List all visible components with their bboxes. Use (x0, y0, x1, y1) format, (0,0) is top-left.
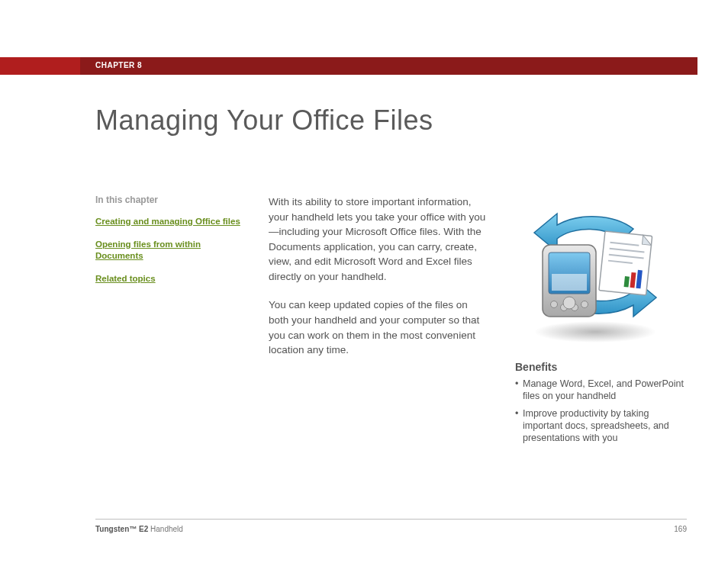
benefits-list: Manage Word, Excel, and PowerPoint files… (515, 378, 687, 444)
body-text: With its ability to store important info… (269, 195, 490, 372)
footer-rule (95, 519, 687, 520)
page-title: Managing Your Office Files (95, 105, 433, 137)
benefit-item: Improve productivity by taking important… (515, 407, 687, 445)
sidebar: In this chapter Creating and managing Of… (95, 195, 240, 295)
benefit-item: Manage Word, Excel, and PowerPoint files… (515, 378, 687, 403)
chapter-header-accent (0, 57, 80, 75)
chapter-label: CHAPTER 8 (95, 61, 142, 69)
sidebar-link-opening[interactable]: Opening files from within Documents (95, 239, 240, 262)
right-column: Benefits Manage Word, Excel, and PowerPo… (515, 195, 687, 449)
body-paragraph-1: With its ability to store important info… (269, 195, 490, 284)
sidebar-heading: In this chapter (95, 195, 240, 205)
svg-point-17 (563, 297, 575, 309)
body-paragraph-2: You can keep updated copies of the files… (269, 298, 490, 357)
benefits-heading: Benefits (515, 361, 687, 373)
svg-rect-12 (552, 274, 587, 291)
sidebar-link-related[interactable]: Related topics (95, 273, 240, 285)
svg-point-16 (581, 301, 588, 308)
footer-product-suffix: Handheld (148, 525, 183, 533)
footer-page-number: 169 (674, 525, 687, 533)
svg-point-13 (551, 301, 558, 308)
sync-illustration (515, 195, 675, 347)
footer-product-name: Tungsten™ E2 (95, 525, 148, 533)
sidebar-link-creating[interactable]: Creating and managing Office files (95, 216, 240, 228)
footer-product: Tungsten™ E2 Handheld (95, 525, 183, 533)
svg-point-0 (534, 321, 656, 343)
